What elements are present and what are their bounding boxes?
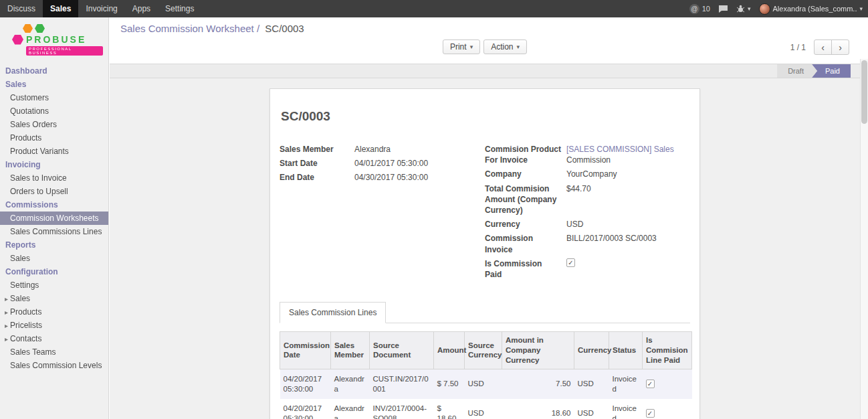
cell-line-paid: ✓ xyxy=(643,399,692,419)
sidebar-item-sales-commissions-lines[interactable]: Sales Commissions Lines xyxy=(0,225,108,238)
logo-hexagons xyxy=(23,24,103,33)
form-view: SC/0003 Sales Member Alexandra Start Dat… xyxy=(110,78,860,419)
form-sheet: SC/0003 Sales Member Alexandra Start Dat… xyxy=(269,88,700,419)
col-source-currency[interactable]: Source Currency xyxy=(465,332,502,369)
commission-product-link[interactable]: [SALES COMMISSION] Sales xyxy=(566,144,674,155)
field-end-date: End Date 04/30/2017 05:30:00 xyxy=(280,172,485,183)
status-draft[interactable]: Draft xyxy=(777,64,817,78)
activities-button[interactable]: @ 10 xyxy=(689,4,710,14)
sidebar-item-orders-to-upsell[interactable]: Orders to Upsell xyxy=(0,185,108,198)
sidebar-item-sales-commission-levels[interactable]: Sales Commission Levels xyxy=(0,359,108,372)
breadcrumb-current: SC/0003 xyxy=(265,23,304,34)
menu-sales[interactable]: Sales xyxy=(43,0,78,17)
table-row[interactable]: 04/20/2017 05:30:00 Alexandra CUST.IN/20… xyxy=(280,369,692,398)
chevron-left-icon: ‹ xyxy=(821,42,825,53)
sidebar-item-sales-orders[interactable]: Sales Orders xyxy=(0,118,108,131)
start-date-value: 04/01/2017 05:30:00 xyxy=(354,158,428,169)
cell-company-amount: 7.50 xyxy=(502,369,574,398)
sidebar-item-config-products[interactable]: ▸Products xyxy=(0,305,108,319)
pager: 1 / 1 ‹ › xyxy=(790,39,849,55)
sidebar-section-invoicing: Invoicing xyxy=(0,158,108,171)
col-source-document[interactable]: Source Document xyxy=(370,332,434,369)
top-navbar: Discuss Sales Invoicing Apps Settings @ … xyxy=(0,0,868,17)
sidebar: PROBUSE PROFESSIONAL BUSINESS Dashboard … xyxy=(0,17,109,419)
pager-value: 1 / 1 xyxy=(790,43,806,52)
sidebar-section-reports: Reports xyxy=(0,238,108,252)
col-amount[interactable]: Amount xyxy=(434,332,465,369)
field-label: End Date xyxy=(280,172,354,183)
field-label: Sales Member xyxy=(280,144,354,155)
sidebar-section-commissions: Commissions xyxy=(0,198,108,212)
sidebar-item-commission-worksheets[interactable]: Commission Worksheets xyxy=(0,212,108,225)
cell-company-amount: 18.60 xyxy=(502,399,574,419)
field-commission-invoice: Commission Invoice BILL/2017/0003 SC/000… xyxy=(485,233,690,254)
col-currency[interactable]: Currency xyxy=(574,332,609,369)
cell-sales-member: Alexandra xyxy=(331,399,370,419)
menu-discuss[interactable]: Discuss xyxy=(0,0,43,17)
commission-invoice-link[interactable]: BILL/2017/0003 SC/0003 xyxy=(566,233,657,244)
sidebar-item-label: Pricelists xyxy=(10,321,42,330)
menu-invoicing[interactable]: Invoicing xyxy=(78,0,124,17)
col-amount-company-currency[interactable]: Amount in Company Currency xyxy=(502,332,574,369)
chevron-right-icon: › xyxy=(839,42,842,53)
company-logo: PROBUSE PROFESSIONAL BUSINESS xyxy=(0,17,108,64)
user-menu[interactable]: Alexandra (Sales_comm.. ▾ xyxy=(759,3,863,15)
field-commission-product: Commision Product For Invoice [SALES COM… xyxy=(485,144,690,165)
col-is-commission-line-paid[interactable]: Is Commision Line Paid xyxy=(643,332,692,369)
avatar xyxy=(759,3,770,15)
currency-link[interactable]: USD xyxy=(566,219,583,230)
sidebar-item-dashboard[interactable]: Dashboard xyxy=(0,64,108,78)
activity-count: 10 xyxy=(702,5,710,13)
col-status[interactable]: Status xyxy=(609,332,643,369)
cell-source-currency: USD xyxy=(465,369,502,398)
sidebar-item-sales-to-invoice[interactable]: Sales to Invoice xyxy=(0,171,108,185)
field-label: Commission Invoice xyxy=(485,233,566,254)
breadcrumb-parent[interactable]: Sales Commission Worksheet / xyxy=(120,23,259,34)
sidebar-item-config-contacts[interactable]: ▸Contacts xyxy=(0,332,108,345)
sidebar-item-quotations[interactable]: Quotations xyxy=(0,104,108,118)
col-sales-member[interactable]: Sales Member xyxy=(331,332,370,369)
expand-icon: ▸ xyxy=(5,322,8,329)
menu-settings[interactable]: Settings xyxy=(158,0,201,17)
commission-product-rest: Commission xyxy=(566,155,674,165)
menu-apps[interactable]: Apps xyxy=(125,0,158,17)
sidebar-item-config-pricelists[interactable]: ▸Pricelists xyxy=(0,319,108,332)
sidebar-item-config-settings[interactable]: Settings xyxy=(0,278,108,292)
pager-previous-button[interactable]: ‹ xyxy=(814,39,832,55)
cell-line-paid: ✓ xyxy=(643,369,692,398)
messages-button[interactable] xyxy=(718,5,728,13)
sidebar-item-customers[interactable]: Customers xyxy=(0,91,108,104)
field-company: Company YourCompany xyxy=(485,169,690,179)
caret-down-icon: ▾ xyxy=(517,44,520,50)
print-button[interactable]: Print ▾ xyxy=(443,39,480,54)
field-group-left: Sales Member Alexandra Start Date 04/01/… xyxy=(280,144,485,283)
status-paid[interactable]: Paid xyxy=(812,64,851,78)
tab-sales-commission-lines[interactable]: Sales Commission Lines xyxy=(280,302,386,323)
field-total-commission: Total Commision Amount (Company Currency… xyxy=(485,183,690,216)
pager-next-button[interactable]: › xyxy=(831,39,849,55)
sidebar-item-reports-sales[interactable]: Sales xyxy=(0,252,108,265)
col-commission-date[interactable]: Commission Date xyxy=(280,332,331,369)
action-button[interactable]: Action ▾ xyxy=(483,39,527,54)
vertical-scrollbar[interactable] xyxy=(860,59,868,419)
sidebar-item-config-sales[interactable]: ▸Sales xyxy=(0,292,108,305)
field-label: Commision Product For Invoice xyxy=(485,144,566,165)
field-label: Company xyxy=(485,169,566,179)
sidebar-item-products[interactable]: Products xyxy=(0,131,108,145)
activity-icon: @ xyxy=(689,4,699,14)
sales-member-link[interactable]: Alexandra xyxy=(354,144,391,155)
cell-source-document: CUST.IN/2017/0001 xyxy=(370,369,434,398)
cell-amount: $ 18.60 xyxy=(434,399,465,419)
sidebar-item-product-variants[interactable]: Product Variants xyxy=(0,145,108,158)
debug-menu-button[interactable]: ▾ xyxy=(736,5,751,13)
sidebar-section-configuration: Configuration xyxy=(0,265,108,278)
table-row[interactable]: 04/20/2017 05:30:00 Alexandra INV/2017/0… xyxy=(280,399,692,419)
company-link[interactable]: YourCompany xyxy=(566,169,617,179)
logo-subtitle: PROFESSIONAL BUSINESS xyxy=(26,46,103,56)
user-name: Alexandra (Sales_comm.. xyxy=(773,5,857,13)
total-commission-value: $44.70 xyxy=(566,183,591,194)
sidebar-item-sales-teams[interactable]: Sales Teams xyxy=(0,345,108,359)
systray: @ 10 ▾ Alexandra (Sales_comm.. ▾ xyxy=(689,0,868,17)
scrollbar-thumb[interactable] xyxy=(861,60,867,124)
expand-icon: ▸ xyxy=(5,295,8,303)
